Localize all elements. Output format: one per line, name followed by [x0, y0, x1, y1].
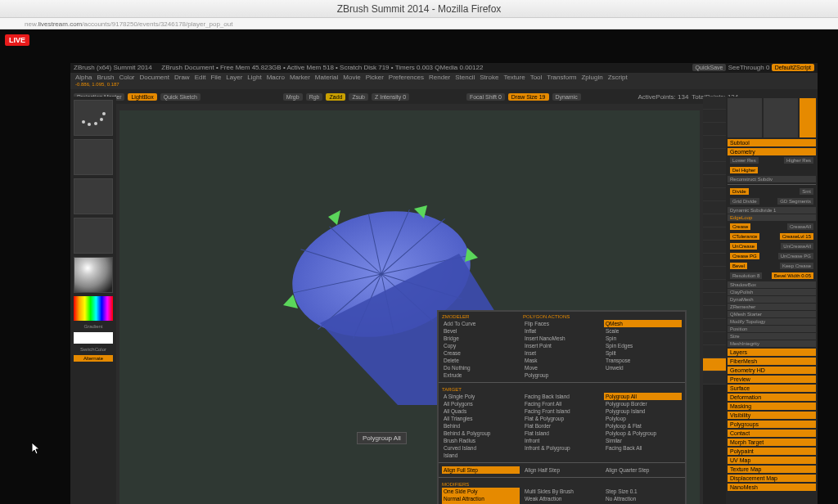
shelf-icon[interactable] — [703, 345, 726, 358]
panel-header-deformation[interactable]: Deformation — [728, 394, 816, 401]
zintensity-slider[interactable]: Z Intensity 0 — [372, 93, 409, 101]
target-item[interactable]: Infront — [523, 437, 601, 444]
target-item[interactable]: Polyloop & Polygroup — [604, 430, 682, 437]
meshintegrity-button[interactable]: MeshIntegrity — [728, 340, 816, 347]
mod-item[interactable]: No Attraction — [604, 495, 682, 502]
target-item[interactable]: All Quads — [442, 407, 520, 415]
tool-thumbnail[interactable] — [764, 98, 798, 137]
color-picker[interactable] — [74, 296, 113, 321]
mod-item[interactable]: Weak Attraction — [523, 495, 601, 502]
shelf-icon[interactable] — [703, 214, 726, 227]
menu-item[interactable]: Macro — [267, 73, 285, 82]
action-item[interactable]: Bevel — [442, 327, 520, 335]
claypolish-button[interactable]: ClayPolish — [728, 289, 816, 295]
shelf-icon[interactable] — [703, 123, 726, 136]
mrgb-button[interactable]: Mrgb — [283, 93, 303, 101]
panel-header-preview[interactable]: Preview — [728, 376, 816, 383]
dynamic-button[interactable]: Dynamic — [552, 93, 581, 101]
focal-slider[interactable]: Focal Shift 0 — [466, 93, 505, 101]
uncrease-button[interactable]: UnCrease — [730, 243, 757, 250]
action-item[interactable]: Add To Curve — [442, 320, 520, 327]
panel-header-geometry[interactable]: Geometry — [728, 148, 816, 155]
defaultscript-button[interactable]: DefaultZScript — [772, 64, 814, 71]
action-item[interactable]: Mask — [523, 357, 601, 364]
menu-item[interactable]: Picker — [366, 73, 384, 82]
target-item[interactable]: Behind — [442, 422, 520, 430]
panel-header-masking[interactable]: Masking — [728, 403, 816, 410]
menu-item[interactable]: Material — [315, 73, 338, 82]
divide-button[interactable]: Divide — [730, 188, 749, 195]
target-item[interactable]: Flat Island — [523, 430, 601, 437]
menu-item[interactable]: Stencil — [455, 73, 475, 82]
target-item[interactable]: Polygroup Island — [604, 407, 682, 415]
menu-item[interactable]: Render — [429, 73, 450, 82]
target-item[interactable]: Brush Radius — [442, 437, 520, 444]
action-item[interactable]: Crease — [442, 349, 520, 357]
menu-item[interactable]: Edit — [195, 73, 206, 82]
drawsize-slider[interactable]: Draw Size 19 — [508, 93, 549, 101]
panel-header-contact[interactable]: Contact — [728, 430, 816, 437]
action-item[interactable]: Spin Edges — [604, 342, 682, 349]
target-item[interactable]: A Single Poly — [442, 393, 520, 400]
bevel-button[interactable]: Bevel — [730, 263, 747, 269]
panel-header-uvmap[interactable]: UV Map — [728, 457, 816, 464]
dynamicsub-slider[interactable]: Dynamic Subdivide 1 — [728, 207, 816, 214]
target-item[interactable]: All Polygons — [442, 400, 520, 407]
menu-item[interactable]: Preferences — [389, 73, 424, 82]
target-item[interactable]: All Triangles — [442, 415, 520, 422]
target-item[interactable]: Behind & Polygroup — [442, 430, 520, 437]
action-item[interactable]: Polygroup — [523, 371, 601, 379]
action-item[interactable]: Scale — [604, 327, 682, 335]
action-item[interactable]: Unweld — [604, 364, 682, 371]
zsub-button[interactable]: Zsub — [349, 93, 368, 101]
uncreaseall-button[interactable]: UnCreaseAll — [781, 243, 813, 250]
menu-item[interactable]: Tool — [530, 73, 543, 82]
target-item[interactable]: Similar — [604, 437, 682, 444]
shelf-icon[interactable] — [703, 306, 726, 319]
mod-item[interactable]: Step Size 0.1 — [604, 488, 682, 495]
target-item[interactable]: Facing Back All — [604, 444, 682, 452]
target-item[interactable]: Facing Front All — [523, 400, 601, 407]
target-item[interactable]: Polygroup Border — [604, 400, 682, 407]
target-item[interactable]: Curved Island — [442, 444, 520, 452]
switchcolor-button[interactable]: SwitchColor — [74, 347, 113, 352]
mod-item[interactable]: Multi Sides By Brush — [523, 488, 601, 495]
dynamesh-button[interactable]: DynaMesh — [728, 296, 816, 303]
viewport[interactable]: Polygroup All ZMODELERPOLYGON ACTIONS Ad… — [119, 110, 700, 504]
shelf-icon[interactable] — [703, 149, 726, 162]
menu-item[interactable]: Light — [247, 73, 261, 82]
qmeshstarter-button[interactable]: QMesh Starter — [728, 311, 816, 317]
shelf-icon[interactable] — [703, 162, 726, 175]
action-item[interactable]: Split — [604, 349, 682, 357]
gridsegments-slider[interactable]: GD Segments — [777, 198, 813, 205]
alternate-button[interactable]: Alternate — [74, 355, 113, 362]
creasepg-button[interactable]: Crease PG — [730, 253, 759, 259]
panel-header-visibility[interactable]: Visibility — [728, 412, 816, 419]
panel-header-polypaint[interactable]: Polypaint — [728, 448, 816, 455]
menu-item[interactable]: Draw — [174, 73, 190, 82]
size-button[interactable]: Size — [728, 333, 816, 340]
quicksketch-button[interactable]: Quick Sketch — [160, 93, 200, 101]
resolution-slider[interactable]: Resolution 8 — [730, 272, 762, 279]
menu-item[interactable]: Layer — [226, 73, 242, 82]
target-item-selected[interactable]: Polygroup All — [604, 393, 682, 400]
shelf-icon[interactable] — [703, 254, 726, 267]
action-item[interactable]: Bridge — [442, 335, 520, 342]
ctolerance-slider[interactable]: CTolerance — [730, 233, 759, 240]
zremesher-button[interactable]: ZRemesher — [728, 304, 816, 310]
action-item[interactable]: Do Nothing — [442, 364, 520, 371]
gradient-label[interactable]: Gradient — [74, 324, 113, 329]
position-button[interactable]: Position — [728, 326, 816, 332]
lightbox-button[interactable]: LightBox — [128, 93, 156, 101]
shadowbox-button[interactable]: ShadowBox — [728, 281, 816, 288]
lowerres-button[interactable]: Lower Res — [730, 157, 759, 164]
action-item[interactable]: Insert NanoMesh — [523, 335, 601, 342]
modifytopo-button[interactable]: Modify Topology — [728, 318, 816, 325]
action-item[interactable]: Flip Faces — [523, 320, 601, 327]
smt-button[interactable]: Smt — [800, 188, 813, 195]
action-item[interactable]: Inflat — [523, 327, 601, 335]
creaseall-button[interactable]: CreaseAll — [787, 223, 813, 230]
shelf-icon[interactable] — [703, 175, 726, 188]
uncreasepg-button[interactable]: UnCrease PG — [778, 253, 813, 259]
menu-item[interactable]: File — [210, 73, 221, 82]
